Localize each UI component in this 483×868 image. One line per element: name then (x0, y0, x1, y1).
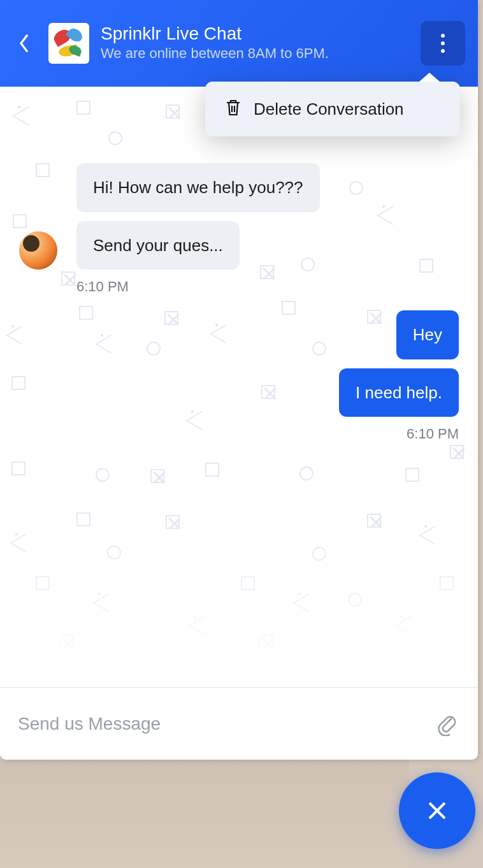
options-menu-button[interactable] (421, 21, 465, 66)
header-text: Sprinklr Live Chat We are online between… (101, 23, 421, 64)
chat-subtitle: We are online between 8AM to 6PM. (101, 44, 421, 64)
options-dropdown: Delete Conversation (205, 82, 460, 136)
message-bubble: Hi! How can we help you??? (76, 163, 320, 212)
kebab-icon (441, 34, 445, 53)
message-bubble: Hey (396, 310, 459, 359)
attach-button[interactable] (432, 710, 460, 738)
chevron-left-icon (18, 33, 31, 54)
chat-title: Sprinklr Live Chat (101, 23, 421, 45)
trash-icon (224, 98, 242, 120)
message-input-bar (0, 687, 478, 760)
back-button[interactable] (13, 32, 36, 55)
close-icon (424, 798, 450, 823)
agent-avatar (19, 231, 57, 270)
messages-area[interactable]: Hi! How can we help you??? Send your que… (0, 87, 478, 687)
chat-widget: Sprinklr Live Chat We are online between… (0, 0, 478, 760)
message-row-incoming: Hi! How can we help you??? (19, 163, 459, 212)
brand-logo (48, 23, 89, 64)
message-bubble: Send your ques... (76, 221, 240, 270)
message-row-incoming: Send your ques... (19, 221, 459, 270)
message-row-outgoing: Hey (19, 310, 459, 359)
message-timestamp: 6:10 PM (19, 426, 459, 442)
message-timestamp: 6:10 PM (76, 278, 459, 295)
delete-conversation-label: Delete Conversation (254, 99, 404, 119)
message-row-outgoing: I need help. (19, 368, 459, 417)
delete-conversation-item[interactable]: Delete Conversation (205, 82, 460, 136)
paperclip-icon (435, 712, 457, 736)
chat-header: Sprinklr Live Chat We are online between… (0, 0, 478, 87)
close-chat-fab[interactable] (399, 772, 475, 849)
message-input[interactable] (18, 714, 432, 734)
message-bubble: I need help. (339, 368, 459, 417)
page-background (0, 760, 409, 868)
